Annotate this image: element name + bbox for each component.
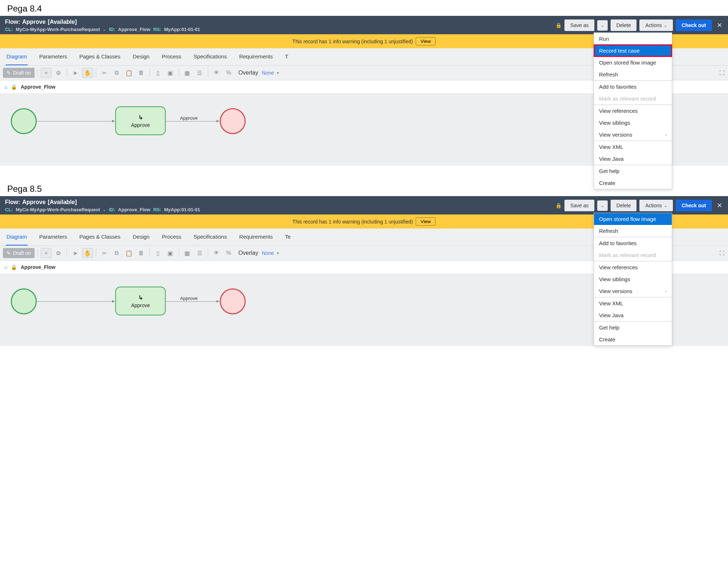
menu-view-siblings[interactable]: View siblings (594, 273, 672, 285)
menu-open-stored-image[interactable]: Open stored flow image (594, 213, 672, 225)
menu-view-xml[interactable]: View XML (594, 141, 672, 153)
tab-design[interactable]: Design (132, 229, 150, 245)
menu-refresh[interactable]: Refresh (594, 68, 672, 80)
pan-tool[interactable]: ✋ (82, 248, 93, 258)
tab-specifications[interactable]: Specifications (193, 229, 228, 245)
list-icon[interactable]: ☰ (194, 248, 205, 258)
pointer-tool[interactable]: ➤ (70, 248, 81, 258)
checkout-button[interactable]: Check out (676, 19, 712, 31)
chevron-down-icon[interactable]: ▼ (276, 71, 280, 75)
menu-view-siblings[interactable]: View siblings (594, 117, 672, 129)
grid-icon[interactable]: ▦ (182, 248, 193, 258)
menu-create[interactable]: Create (594, 333, 672, 345)
paste-icon[interactable]: 📋 (124, 248, 134, 258)
menu-view-xml[interactable]: View XML (594, 297, 672, 309)
copy-icon[interactable]: ⧉ (111, 68, 122, 78)
menu-view-java[interactable]: View Java (594, 309, 672, 321)
connector[interactable] (37, 301, 115, 302)
grid-icon[interactable]: ▦ (182, 68, 193, 78)
delete-icon[interactable]: 🗑 (136, 248, 147, 258)
tab-parameters[interactable]: Parameters (39, 229, 68, 245)
menu-view-versions[interactable]: View versions› (594, 285, 672, 297)
pointer-tool[interactable]: ➤ (70, 68, 81, 78)
tab-parameters[interactable]: Parameters (39, 48, 68, 65)
menu-view-versions[interactable]: View versions› (594, 129, 672, 141)
end-node[interactable] (220, 288, 246, 314)
menu-refresh[interactable]: Refresh (594, 225, 672, 237)
class-value[interactable]: MyCo-MyApp-Work-PurchaseRequest (16, 207, 100, 212)
distribute-icon[interactable]: ▣ (165, 68, 176, 78)
percent-icon[interactable]: % (223, 68, 234, 78)
menu-get-help[interactable]: Get help (594, 165, 672, 177)
preview-icon[interactable]: 👁 (211, 68, 222, 78)
settings-gear-icon[interactable]: ⚙ (53, 68, 64, 78)
view-warnings-button[interactable]: View (416, 217, 436, 226)
menu-view-references[interactable]: View references (594, 105, 672, 117)
tab-process[interactable]: Process (161, 229, 182, 245)
assignment-node[interactable]: ↳ Approve (115, 106, 166, 135)
home-icon[interactable]: ⌂ (4, 84, 7, 90)
tab-truncated[interactable]: T (284, 48, 289, 65)
tab-pages-classes[interactable]: Pages & Classes (79, 48, 121, 65)
tab-diagram[interactable]: Diagram (6, 229, 28, 245)
chevron-down-icon[interactable]: ▼ (276, 251, 280, 255)
fullscreen-icon[interactable]: ⛶ (719, 250, 724, 256)
delete-icon[interactable]: 🗑 (136, 68, 147, 78)
actions-button[interactable]: Actions⌄ (639, 200, 673, 211)
overlay-dropdown[interactable]: None (262, 250, 274, 256)
menu-open-stored-image[interactable]: Open stored flow image (594, 57, 672, 68)
fullscreen-icon[interactable]: ⛶ (719, 70, 724, 76)
start-node[interactable] (11, 108, 37, 134)
tab-pages-classes[interactable]: Pages & Classes (79, 229, 121, 245)
class-chevron-icon[interactable]: ⌄ (103, 207, 106, 212)
pan-tool[interactable]: ✋ (82, 68, 93, 78)
delete-button[interactable]: Delete (611, 200, 637, 211)
menu-create[interactable]: Create (594, 177, 672, 189)
connector[interactable] (166, 121, 219, 121)
delete-button[interactable]: Delete (611, 19, 637, 31)
end-node[interactable] (220, 108, 246, 134)
tab-diagram[interactable]: Diagram (6, 48, 28, 65)
draft-toggle[interactable]: ✎Draft on (3, 68, 35, 78)
checkout-button[interactable]: Check out (676, 200, 712, 211)
menu-add-favorites[interactable]: Add to favorites (594, 81, 672, 93)
home-icon[interactable]: ⌂ (4, 264, 7, 270)
copy-icon[interactable]: ⧉ (111, 248, 122, 258)
menu-get-help[interactable]: Get help (594, 322, 672, 333)
class-value[interactable]: MyCo-MyApp-Work-PurchaseRequest (16, 27, 100, 32)
cut-icon[interactable]: ✂ (99, 248, 110, 258)
preview-icon[interactable]: 👁 (211, 248, 222, 258)
actions-button[interactable]: Actions⌄ (639, 19, 673, 31)
save-as-button[interactable]: Save as (564, 19, 594, 31)
paste-icon[interactable]: 📋 (124, 68, 134, 78)
connector[interactable] (166, 301, 219, 302)
menu-add-favorites[interactable]: Add to favorites (594, 237, 672, 249)
tab-process[interactable]: Process (161, 48, 182, 65)
align-icon[interactable]: ▯ (153, 68, 164, 78)
tab-requirements[interactable]: Requirements (238, 229, 273, 245)
percent-icon[interactable]: % (223, 248, 234, 258)
menu-record-test-case[interactable]: Record test case (594, 45, 672, 57)
menu-run[interactable]: Run (594, 33, 672, 45)
distribute-icon[interactable]: ▣ (165, 248, 176, 258)
start-node[interactable] (11, 288, 37, 314)
tab-specifications[interactable]: Specifications (193, 48, 228, 65)
menu-view-references[interactable]: View references (594, 261, 672, 273)
tab-design[interactable]: Design (132, 48, 150, 65)
draft-toggle[interactable]: ✎Draft on (3, 248, 35, 258)
connector[interactable] (37, 121, 115, 121)
close-icon[interactable]: ✕ (715, 202, 724, 209)
close-icon[interactable]: ✕ (715, 21, 724, 29)
assignment-node[interactable]: ↳ Approve (115, 287, 166, 315)
save-as-caret[interactable]: ⌄ (597, 20, 608, 31)
menu-view-java[interactable]: View Java (594, 153, 672, 165)
list-icon[interactable]: ☰ (194, 68, 205, 78)
tab-truncated[interactable]: Te (284, 229, 291, 245)
cut-icon[interactable]: ✂ (99, 68, 110, 78)
save-as-button[interactable]: Save as (564, 200, 594, 211)
add-shape-button[interactable]: ＋ (41, 248, 52, 258)
save-as-caret[interactable]: ⌄ (597, 200, 608, 211)
settings-gear-icon[interactable]: ⚙ (53, 248, 64, 258)
add-shape-button[interactable]: ＋ (41, 68, 52, 78)
align-icon[interactable]: ▯ (153, 248, 164, 258)
